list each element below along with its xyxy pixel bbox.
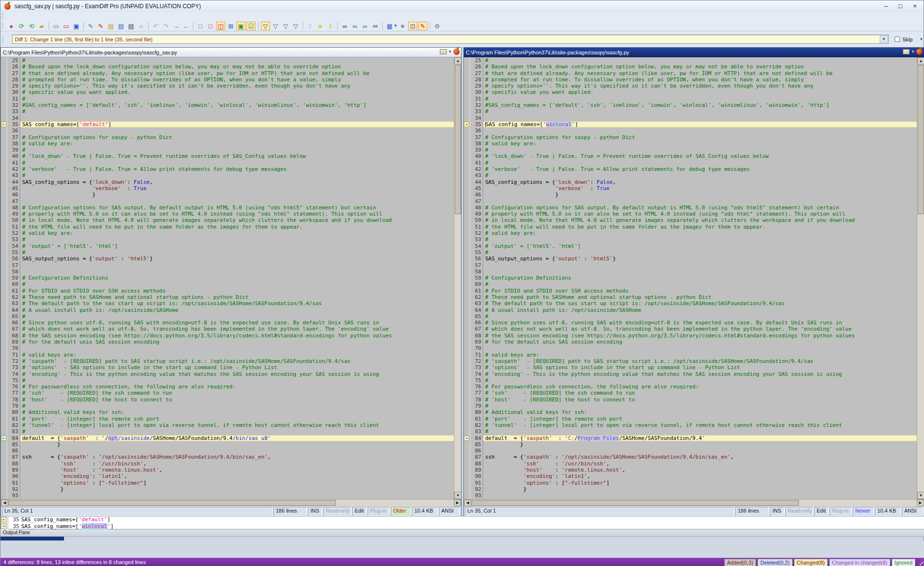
code-line[interactable]: 87ssh = {'saspath' : '/opt/sasinside/SAS… — [464, 454, 917, 460]
code-line[interactable]: 72# 'saspath' - [REQUIRED] path to SAS s… — [464, 358, 917, 364]
view-options-icon-dropdown[interactable]: ▼ — [394, 24, 398, 28]
toolbar-overflow-icon[interactable]: ▼ — [919, 37, 923, 41]
code-line[interactable]: 33# — [1, 108, 454, 115]
code-line[interactable]: 60# — [464, 281, 917, 287]
line-options-icon[interactable]: ≡ — [398, 22, 407, 30]
find-icon[interactable]: ∞ — [340, 22, 349, 30]
code-line[interactable]: 61# For STDIO and STDIO over SSH access … — [464, 288, 917, 294]
code-line[interactable]: 37# Configuration options for saspy - py… — [464, 134, 917, 141]
code-line[interactable]: 25# — [1, 57, 454, 64]
code-line[interactable]: 73# 'options' - SAS options to include i… — [1, 364, 454, 371]
scroll-left-icon[interactable]: ◀ — [1, 500, 8, 506]
code-line[interactable]: 57 — [1, 262, 454, 269]
print-icon[interactable] — [440, 49, 447, 54]
horizontal-scrollbar[interactable]: ◀▶ — [1, 499, 461, 506]
code-line[interactable]: 71# valid keys are: — [1, 352, 454, 358]
code-line[interactable]: 53# — [464, 236, 917, 243]
scroll-right-icon[interactable]: ▶ — [454, 500, 461, 506]
filter-changed-icon[interactable]: ▽ — [291, 22, 300, 30]
code-line[interactable]: ▸84default = {'saspath' : '/opt/sasinsid… — [1, 435, 454, 441]
scroll-down-icon[interactable]: ▼ — [454, 492, 461, 499]
close-button[interactable]: × — [908, 1, 922, 11]
code-line[interactable]: 76# For passwordless ssh connection, the… — [464, 384, 917, 390]
copy-to-second-icon[interactable]: → — [171, 22, 180, 30]
code-line[interactable]: 79# — [464, 403, 917, 409]
code-line[interactable]: 78# 'host' - [REQUIRED] the host to conn… — [1, 397, 454, 403]
code-line[interactable]: 42# 'verbose' - True | False. True = All… — [1, 166, 454, 172]
code-line[interactable]: 55# — [464, 249, 917, 256]
moved-blocks-icon[interactable]: ▣ — [236, 22, 245, 30]
code-line[interactable]: 45 'verbose' : True — [1, 185, 454, 192]
code-line[interactable]: 66# Since python uses utf-8, running SAS… — [464, 320, 917, 326]
code-line[interactable]: 62# These need path to SASHome and optio… — [1, 294, 454, 300]
code-line[interactable]: 66# Since python uses utf-8, running SAS… — [1, 320, 454, 326]
copy-second-icon[interactable]: ▤ — [116, 22, 126, 30]
code-line[interactable]: 65# — [464, 313, 917, 320]
code-line[interactable]: 79# — [1, 403, 454, 409]
code-line[interactable]: 52# valid key are: — [1, 230, 454, 236]
code-line[interactable]: 63# The default path to the sas start up… — [464, 300, 917, 307]
code-line[interactable]: 32#SAS_config_names = ['default', 'ssh',… — [1, 102, 454, 108]
minimize-button[interactable]: – — [879, 1, 893, 11]
code-line[interactable]: 54# 'output' = ['html5', 'html'] — [464, 243, 917, 249]
print-icon[interactable] — [903, 49, 910, 54]
toolbar-grip[interactable] — [2, 23, 3, 29]
code-line[interactable]: 77# 'ssh' - [REQUIRED] the ssh command t… — [464, 390, 917, 396]
code-line[interactable]: 42# 'verbose' - True | False. True = All… — [464, 166, 917, 172]
recompare-icon[interactable]: ⟳ — [17, 22, 26, 30]
code-line[interactable]: 85 } — [1, 441, 454, 448]
code-line[interactable]: 83# — [1, 428, 454, 435]
code-line[interactable]: 27# that are defined already. Any necess… — [464, 70, 917, 77]
diff-combo-dropdown-icon[interactable]: ▼ — [880, 36, 888, 43]
code-line[interactable]: 56SAS_output_options = {'output' : 'html… — [464, 256, 917, 262]
code-line[interactable]: 39# — [464, 147, 917, 153]
code-line[interactable]: 25# — [464, 57, 917, 64]
maximize-button[interactable]: □ — [894, 1, 907, 11]
code-line[interactable]: 71# valid keys are: — [464, 352, 917, 358]
code-line[interactable]: 28# prompted for at run time. To dissall… — [464, 77, 917, 83]
diff-pane-row[interactable]: ◂35SAS_config_names=['winlocal'] — [1, 523, 924, 530]
find-next-icon[interactable]: ∞ — [350, 22, 359, 30]
find-prev-icon[interactable]: ∞ — [360, 22, 370, 30]
diff-pane-row[interactable]: ▸35SAS_config_names=['default'] — [1, 516, 924, 523]
scroll-down-icon[interactable]: ▼ — [917, 492, 924, 499]
code-line[interactable]: 73# 'options' - SAS options to include i… — [464, 364, 917, 371]
skip-checkbox[interactable] — [895, 37, 900, 42]
code-line[interactable]: 69# for the default unix SAS session enc… — [1, 339, 454, 345]
code-line[interactable]: 29# specify options=''. This way it's sp… — [464, 83, 917, 89]
filter-added-icon[interactable]: ▽ — [271, 22, 280, 30]
vertical-scrollbar[interactable]: ▲▼ — [454, 57, 461, 499]
code-line[interactable]: 45 'verbose' : True — [464, 185, 917, 192]
code-line[interactable]: 64# A usual install path is: /opt/sasins… — [1, 307, 454, 313]
file-path-header[interactable]: C:\Program Files\Python\Python37\Lib\sit… — [1, 48, 461, 57]
code-area[interactable]: 25#26# Based upon the lock_down configur… — [464, 57, 924, 499]
toolbar-grip[interactable] — [2, 36, 3, 43]
code-line[interactable]: 75# — [464, 377, 917, 384]
horizontal-scrollbar[interactable]: ◀▶ — [464, 499, 924, 506]
first-pane-icon[interactable]: ▭ — [51, 22, 61, 30]
code-line[interactable]: 51# the HTML file will need to be put in… — [464, 224, 917, 230]
code-line[interactable]: 29# specify options=''. This way it's sp… — [1, 83, 454, 89]
code-area[interactable]: 25#26# Based upon the lock_down configur… — [1, 57, 461, 499]
code-line[interactable]: 87ssh = {'saspath' : '/opt/sasinside/SAS… — [1, 454, 454, 460]
scroll-up-icon[interactable]: ▲ — [454, 57, 461, 64]
code-line[interactable]: 57 — [464, 262, 917, 269]
settings-icon[interactable]: ⚙ — [433, 22, 442, 30]
undo-icon[interactable]: ↶ — [151, 22, 160, 30]
resize-grip[interactable] — [917, 559, 924, 566]
output-pane-scrollbar-thumb[interactable] — [0, 537, 64, 540]
code-line[interactable]: 37# Configuration options for saspy - py… — [1, 134, 454, 141]
inline-diffs-icon[interactable]: ☑ — [246, 22, 256, 30]
code-line[interactable]: ◂35SAS_config_names=['winlocal'] — [464, 121, 917, 128]
code-line[interactable]: 81# 'port' - [integer] the remote ssh po… — [464, 416, 917, 422]
code-line[interactable]: 30# specific value you want applied. — [1, 89, 454, 95]
show-identical-icon[interactable]: □ — [196, 22, 205, 30]
code-line[interactable]: 27# that are defined already. Any necess… — [1, 70, 454, 77]
code-line[interactable]: 38# valid key are: — [464, 141, 917, 147]
code-line[interactable]: 43# — [464, 172, 917, 179]
code-line[interactable]: 50# in local mode. Note that HTML 4.0 wi… — [1, 217, 454, 223]
code-line[interactable]: 46 } — [1, 192, 454, 198]
match-case-icon[interactable]: AB — [371, 22, 380, 30]
code-line[interactable]: 90 'encoding': 'latin1', — [1, 473, 454, 479]
toolbar-grip[interactable] — [2, 13, 3, 20]
